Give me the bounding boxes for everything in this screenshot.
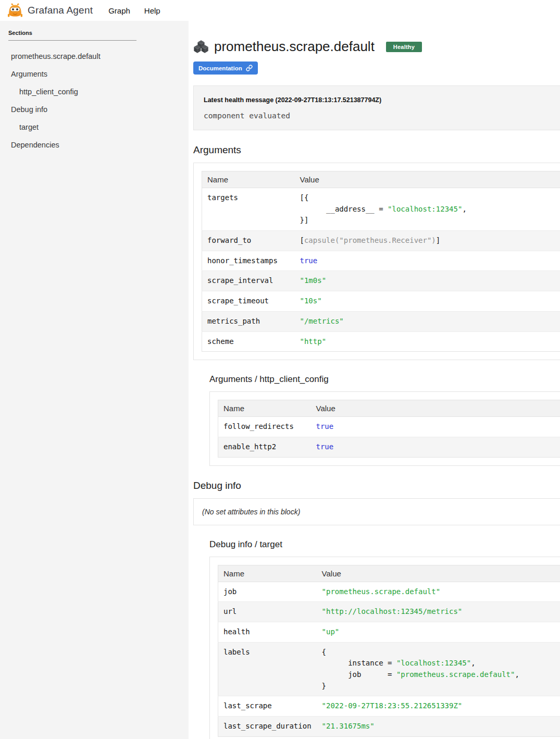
- section-heading-debug-info: Debug info: [193, 480, 560, 491]
- row-name: last_scrape: [223, 700, 312, 712]
- table-row: forward_to[capsule("prometheus.Receiver"…: [202, 231, 560, 251]
- value-segment: "/metrics": [300, 317, 344, 325]
- name-cell: labels: [218, 642, 317, 696]
- sidebar-item-prometheus-scrape-default[interactable]: prometheus.scrape.default: [8, 47, 180, 65]
- name-cell: targets: [202, 188, 295, 231]
- health-message-text: component evaluated: [204, 112, 560, 120]
- health-message-label: Latest health message (2022-09-27T18:13:…: [204, 96, 560, 104]
- row-value: "21.31675ms": [322, 721, 560, 732]
- subsection-http-client-config: Arguments / http_client_config NameValue…: [209, 374, 560, 465]
- name-cell: scrape_timeout: [202, 291, 295, 312]
- grafana-agent-logo-icon: [7, 2, 23, 19]
- data-table: NameValuejob"prometheus.scrape.default"u…: [218, 565, 560, 737]
- value-segment: "2022-09-27T18:23:55.212651339Z": [322, 701, 463, 710]
- sidebar-sections-title: Sections: [8, 30, 180, 36]
- name-cell: job: [218, 582, 317, 602]
- health-status-badge: Healthy: [386, 42, 422, 52]
- value-segment: capsule("prometheus.Receiver"): [304, 236, 436, 244]
- cubes-icon: [193, 40, 209, 54]
- table-row: job"prometheus.scrape.default": [218, 582, 560, 602]
- row-value: "1m0s": [300, 275, 560, 287]
- row-name: health: [223, 626, 312, 638]
- section-heading-target: Debug info / target: [209, 539, 560, 550]
- name-cell: metrics_path: [202, 311, 295, 331]
- value-cell: "21.31675ms": [317, 717, 560, 737]
- value-segment: "localhost:12345": [396, 659, 471, 667]
- table-row: scrape_interval"1m0s": [202, 271, 560, 291]
- arguments-card: NameValuetargets[{ __address__ = "localh…: [193, 163, 560, 360]
- row-value: "/metrics": [300, 316, 560, 327]
- sidebar: Sections prometheus.scrape.defaultArgume…: [0, 21, 189, 739]
- arguments-table: NameValuetargets[{ __address__ = "localh…: [202, 171, 560, 352]
- table-header-row: NameValue: [218, 400, 560, 417]
- table-row: labels{ instance = "localhost:12345", jo…: [218, 642, 560, 696]
- row-name: scrape_interval: [207, 275, 290, 287]
- column-header: Name: [202, 171, 295, 188]
- row-name: follow_redirects: [223, 421, 306, 433]
- sidebar-item-target[interactable]: target: [8, 118, 180, 136]
- sidebar-item-http-client-config[interactable]: http_client_config: [8, 83, 180, 101]
- name-cell: enable_http2: [218, 437, 311, 457]
- value-cell: "up": [317, 622, 560, 642]
- value-segment: ]: [436, 236, 440, 244]
- value-segment: { instance =: [322, 648, 396, 668]
- section-heading-arguments: Arguments: [193, 144, 560, 156]
- target-card: NameValuejob"prometheus.scrape.default"u…: [209, 557, 560, 739]
- value-cell: true: [311, 437, 560, 457]
- name-cell: url: [218, 602, 317, 622]
- name-cell: scrape_interval: [202, 271, 295, 291]
- section-heading-http-client-config: Arguments / http_client_config: [209, 374, 560, 385]
- data-table: NameValuetargets[{ __address__ = "localh…: [202, 171, 560, 352]
- main-content: prometheus.scrape.default Healthy Docume…: [189, 21, 560, 739]
- table-header-row: NameValue: [202, 171, 560, 188]
- row-name: labels: [223, 647, 312, 658]
- value-cell: "prometheus.scrape.default": [317, 582, 560, 602]
- nav-link-graph[interactable]: Graph: [108, 6, 130, 15]
- sidebar-item-dependencies[interactable]: Dependencies: [8, 136, 180, 154]
- target-table: NameValuejob"prometheus.scrape.default"u…: [218, 565, 560, 737]
- value-cell: [{ __address__ = "localhost:12345", }]: [295, 188, 560, 231]
- row-value: "10s": [300, 295, 560, 307]
- nav-link-help[interactable]: Help: [144, 6, 160, 15]
- value-segment: "up": [322, 627, 340, 636]
- value-segment: "21.31675ms": [322, 722, 375, 730]
- http-client-config-card: NameValuefollow_redirectstrueenable_http…: [209, 391, 560, 465]
- value-cell: "2022-09-27T18:23:55.212651339Z": [317, 696, 560, 717]
- row-value: "prometheus.scrape.default": [322, 586, 560, 598]
- value-cell: "10s": [295, 291, 560, 312]
- value-segment: "localhost:12345": [388, 205, 462, 213]
- value-cell: true: [311, 417, 560, 437]
- value-segment: "1m0s": [300, 276, 327, 285]
- brand-home-link[interactable]: Grafana Agent: [7, 2, 93, 19]
- sidebar-item-debug-info[interactable]: Debug info: [8, 101, 180, 118]
- data-table: NameValuefollow_redirectstrueenable_http…: [218, 400, 560, 457]
- documentation-button[interactable]: Documentation: [193, 61, 258, 75]
- row-name: job: [223, 586, 312, 598]
- row-name: last_scrape_duration: [223, 721, 312, 732]
- main-nav: Graph Help: [108, 6, 160, 15]
- row-value: true: [300, 255, 560, 267]
- row-name: metrics_path: [207, 316, 290, 327]
- page-title: prometheus.scrape.default: [214, 39, 375, 55]
- value-segment: true: [316, 442, 334, 451]
- table-row: metrics_path"/metrics": [202, 311, 560, 331]
- value-segment: "prometheus.scrape.default": [396, 670, 515, 679]
- row-name: enable_http2: [223, 441, 306, 453]
- table-row: targets[{ __address__ = "localhost:12345…: [202, 188, 560, 231]
- link-icon: [246, 65, 253, 71]
- sidebar-divider: [8, 40, 136, 41]
- row-name: url: [223, 606, 312, 618]
- row-name: forward_to: [207, 235, 290, 247]
- row-value: true: [316, 441, 560, 453]
- table-row: scrape_timeout"10s": [202, 291, 560, 312]
- value-segment: [: [300, 236, 304, 244]
- row-value: { instance = "localhost:12345", job = "p…: [322, 647, 560, 692]
- column-header: Value: [317, 565, 560, 582]
- value-segment: true: [300, 256, 318, 265]
- row-value: "up": [322, 626, 560, 638]
- sidebar-item-arguments[interactable]: Arguments: [8, 65, 180, 83]
- value-cell: "/metrics": [295, 311, 560, 331]
- brand-label: Grafana Agent: [28, 5, 93, 16]
- value-cell: "http://localhost:12345/metrics": [317, 602, 560, 622]
- row-value: true: [316, 421, 560, 433]
